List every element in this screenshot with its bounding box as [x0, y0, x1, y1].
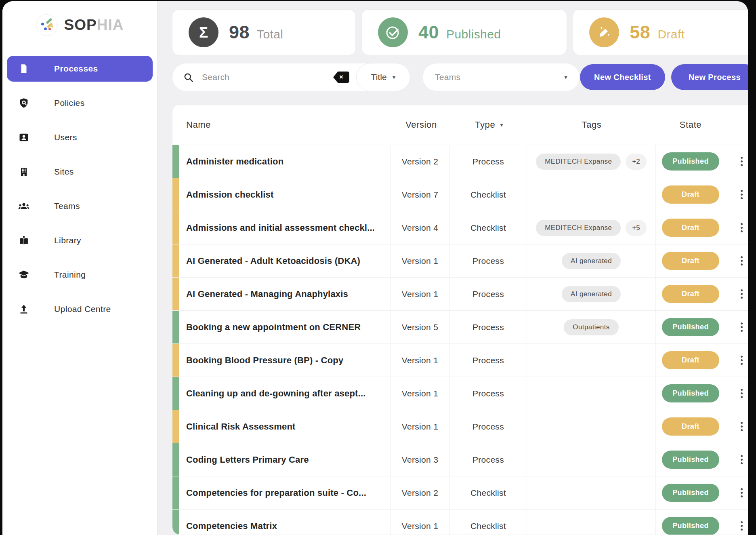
chevron-down-icon: ▾	[393, 74, 396, 81]
table-row[interactable]: Admissions and initial assessment checkl…	[172, 211, 748, 244]
kebab-menu-icon[interactable]	[737, 220, 746, 236]
process-type: Process	[472, 389, 504, 398]
process-version: Version 1	[402, 356, 438, 365]
status-badge: Draft	[662, 252, 719, 270]
new-process-button[interactable]: New Process	[671, 64, 748, 90]
table-row[interactable]: AI Generated - Managing Anaphylaxis Vers…	[172, 278, 748, 311]
kebab-menu-icon[interactable]	[737, 286, 746, 302]
sophia-logo-icon	[36, 14, 58, 36]
process-name: Booking Blood Pressure (BP) - Copy	[186, 355, 343, 366]
sidebar-item-users[interactable]: Users	[7, 124, 153, 150]
title-filter-dropdown[interactable]: Title ▾	[356, 63, 410, 91]
kebab-menu-icon[interactable]	[737, 187, 746, 202]
process-table: Name Version Type▾ Tags State Administer…	[172, 104, 748, 535]
document-icon	[18, 63, 30, 75]
table-row[interactable]: Admission checklist Version 7 Checklist …	[172, 178, 748, 211]
table-row[interactable]: Booking a new appointment on CERNER Vers…	[172, 311, 748, 344]
process-type: Process	[472, 289, 504, 299]
process-type: Process	[472, 356, 504, 365]
kebab-menu-icon[interactable]	[737, 518, 746, 534]
table-row[interactable]: Competencies Matrix Version 1 Checklist …	[172, 510, 748, 535]
tag-pill: MEDITECH Expanse	[536, 220, 621, 236]
process-tags: MEDITECH Expanse +5	[527, 211, 655, 244]
kebab-menu-icon[interactable]	[737, 485, 746, 501]
row-state-strip	[172, 476, 179, 509]
table-row[interactable]: AI Generated - Adult Ketoacidosis (DKA) …	[172, 244, 748, 278]
sidebar-item-processes[interactable]: Processes	[7, 56, 153, 82]
sidebar-item-upload-centre[interactable]: Upload Centre	[7, 296, 153, 322]
search-icon	[183, 72, 194, 83]
sort-caret-icon: ▾	[500, 121, 503, 128]
column-header-type-sort[interactable]: Type▾	[451, 105, 527, 145]
row-state-strip	[172, 278, 179, 310]
kebab-menu-icon[interactable]	[737, 253, 746, 269]
teams-filter-dropdown[interactable]: Teams ▾	[422, 63, 580, 91]
process-name: Admissions and initial assessment checkl…	[186, 223, 375, 233]
column-header-tags: Tags	[582, 120, 602, 130]
tag-pill: AI generated	[562, 253, 621, 269]
status-badge: Published	[662, 484, 719, 502]
sidebar-item-library[interactable]: Library	[7, 227, 153, 253]
sidebar-item-sites[interactable]: Sites	[7, 159, 153, 185]
status-badge: Published	[662, 517, 719, 535]
kebab-menu-icon[interactable]	[737, 452, 746, 468]
table-row[interactable]: Booking Blood Pressure (BP) - Copy Versi…	[172, 344, 748, 377]
sidebar-item-label: Training	[54, 270, 86, 280]
sidebar-item-training[interactable]: Training	[7, 262, 153, 288]
kebab-menu-icon[interactable]	[737, 154, 746, 169]
kebab-menu-icon[interactable]	[737, 352, 746, 368]
sidebar-item-label: Teams	[54, 201, 80, 211]
process-name: Admission checklist	[186, 190, 274, 200]
sidebar: SOPHIA Processes Policies Users	[2, 1, 158, 535]
status-badge: Published	[662, 152, 719, 171]
main-content: Σ 98 Total 40 Published	[158, 1, 748, 535]
table-row[interactable]: Administer medication Version 2 Process …	[172, 145, 748, 178]
clear-search-icon[interactable]: ×	[333, 72, 349, 83]
row-state-strip	[172, 510, 179, 535]
process-type: Process	[472, 322, 504, 332]
process-tags	[527, 178, 655, 211]
process-version: Version 1	[402, 389, 438, 398]
process-name: Booking a new appointment on CERNER	[186, 322, 361, 333]
process-tags: MEDITECH Expanse +2	[527, 145, 655, 178]
sidebar-item-label: Library	[54, 236, 81, 245]
process-version: Version 7	[402, 190, 438, 200]
search-input[interactable]	[201, 72, 326, 82]
process-version: Version 3	[402, 455, 438, 465]
upload-icon	[18, 303, 30, 315]
app-window: SOPHIA Processes Policies Users	[2, 1, 748, 535]
process-version: Version 1	[402, 422, 438, 432]
sidebar-item-label: Policies	[54, 98, 85, 108]
process-name: AI Generated - Adult Ketoacidosis (DKA)	[186, 256, 360, 266]
chevron-down-icon: ▾	[564, 74, 567, 81]
tag-pill: Outpatients	[564, 319, 618, 335]
status-badge: Published	[662, 384, 719, 402]
process-type: Process	[472, 422, 504, 432]
status-badge: Draft	[662, 417, 719, 436]
process-type: Process	[472, 256, 504, 266]
stat-card-draft: 58 Draft	[573, 9, 748, 55]
process-version: Version 1	[402, 521, 438, 531]
sidebar-item-policies[interactable]: Policies	[7, 90, 153, 116]
process-tags	[527, 344, 655, 377]
process-name: Administer medication	[186, 156, 284, 167]
process-type: Process	[472, 455, 504, 465]
process-name: Coding Letters Primary Care	[186, 455, 309, 465]
kebab-menu-icon[interactable]	[737, 319, 746, 335]
kebab-menu-icon[interactable]	[737, 385, 746, 401]
table-row[interactable]: Competencies for preparation suite - Co.…	[172, 476, 748, 510]
new-checklist-button[interactable]: New Checklist	[580, 64, 665, 90]
table-row[interactable]: Coding Letters Primary Care Version 3 Pr…	[172, 443, 748, 476]
tag-pill: MEDITECH Expanse	[536, 154, 621, 170]
kebab-menu-icon[interactable]	[737, 419, 746, 434]
total-label: Total	[257, 27, 283, 41]
sidebar-item-teams[interactable]: Teams	[7, 193, 153, 219]
title-filter-label: Title	[371, 72, 387, 82]
table-row[interactable]: Clinical Risk Assessment Version 1 Proce…	[172, 410, 748, 443]
table-row[interactable]: Cleaning up and de-gowning after asept..…	[172, 377, 748, 410]
brand-logo: SOPHIA	[2, 1, 157, 49]
process-version: Version 1	[402, 256, 438, 266]
tag-pill: AI generated	[562, 286, 621, 302]
draft-pencil-icon	[589, 17, 619, 47]
process-tags	[527, 476, 655, 509]
